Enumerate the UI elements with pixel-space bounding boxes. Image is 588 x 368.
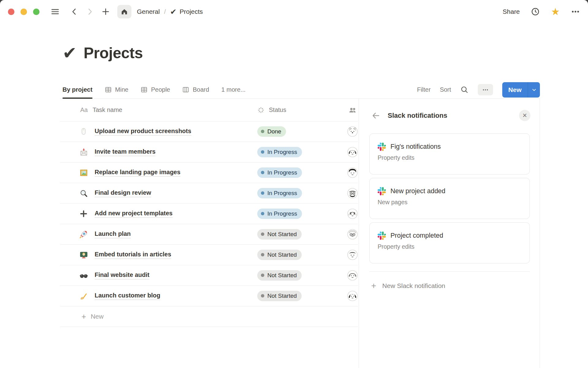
new-tab-icon[interactable]	[101, 7, 110, 16]
task-name-column-header[interactable]: Aa Task name	[60, 106, 257, 113]
task-name-cell[interactable]: Add new project templates	[60, 209, 257, 218]
status-cell[interactable]: Done	[257, 126, 347, 137]
view-tab-people[interactable]: People	[141, 81, 170, 98]
task-name-cell[interactable]: Upload new product screenshots	[60, 127, 257, 136]
table-row[interactable]: Embed tutorials in articlesNot Started	[60, 245, 358, 265]
status-cell[interactable]: Not Started	[257, 229, 347, 240]
assignee-cell[interactable]	[347, 270, 358, 281]
task-page-link[interactable]: Final design review	[95, 189, 151, 197]
avatar	[347, 126, 358, 137]
status-cell[interactable]: In Progress	[257, 188, 347, 199]
breadcrumb-root[interactable]: General	[137, 8, 160, 15]
assignee-cell[interactable]	[347, 188, 358, 198]
status-column-header[interactable]: Status	[257, 106, 347, 114]
sort-button[interactable]: Sort	[440, 86, 451, 93]
status-dot	[261, 150, 264, 154]
status-label: Not Started	[267, 231, 297, 238]
status-dot	[261, 253, 264, 256]
new-entry-label[interactable]: New	[502, 82, 528, 98]
task-page-link[interactable]: Launch plan	[95, 230, 131, 238]
status-spinner-icon	[257, 106, 265, 114]
table-row[interactable]: Invite team membersIn Progress	[60, 142, 358, 163]
person-column-header[interactable]	[347, 106, 358, 114]
task-name-cell[interactable]: Invite team members	[60, 148, 257, 157]
view-tab-board[interactable]: Board	[182, 81, 209, 98]
panel-back-icon[interactable]	[371, 111, 380, 120]
view-options-icon[interactable]	[478, 84, 493, 95]
task-name-cell[interactable]: Final website audit	[60, 271, 257, 280]
new-task-row[interactable]: + New	[60, 306, 358, 327]
table-row[interactable]: Final design reviewIn Progress	[60, 183, 358, 204]
assignee-cell[interactable]	[347, 209, 358, 219]
breadcrumb-page[interactable]: Projects	[180, 8, 203, 15]
task-name-cell[interactable]: Final design review	[60, 189, 257, 198]
status-cell[interactable]: In Progress	[257, 167, 347, 178]
slack-notification-card[interactable]: Project completedProperty edits	[369, 222, 530, 263]
avatar	[347, 167, 358, 178]
more-options-icon[interactable]	[571, 7, 580, 16]
new-entry-dropdown-icon[interactable]	[528, 82, 540, 98]
zoom-window-button[interactable]	[33, 9, 40, 15]
close-window-button[interactable]	[8, 9, 14, 15]
status-badge: Not Started	[257, 291, 302, 301]
task-name-cell[interactable]: Replace landing page images	[60, 168, 257, 177]
task-page-link[interactable]: Invite team members	[95, 148, 156, 156]
page-title[interactable]: ✔ Projects	[62, 45, 143, 61]
more-views-tab[interactable]: 1 more...	[221, 86, 246, 93]
breadcrumb: General / ✔ Projects	[137, 7, 203, 16]
new-slack-notification-button[interactable]: + New Slack notification	[371, 279, 530, 293]
status-cell[interactable]: Not Started	[257, 250, 347, 260]
task-page-link[interactable]: Final website audit	[95, 271, 149, 279]
table-row[interactable]: Launch planNot Started	[60, 224, 358, 245]
page-title-text: Projects	[84, 45, 143, 61]
back-icon[interactable]	[70, 8, 78, 16]
filter-button[interactable]: Filter	[417, 86, 431, 93]
task-name-cell[interactable]: Launch plan	[60, 230, 257, 239]
people-icon	[349, 106, 356, 114]
view-tab-mine[interactable]: Mine	[105, 81, 128, 98]
status-label: Not Started	[267, 251, 297, 259]
updates-clock-icon[interactable]	[531, 7, 540, 16]
view-tab-by-project[interactable]: By project	[62, 81, 92, 98]
new-entry-button[interactable]: New	[502, 82, 540, 98]
task-name-cell[interactable]: Embed tutorials in articles	[60, 250, 257, 259]
assignee-cell[interactable]	[347, 291, 358, 301]
slack-notification-card[interactable]: Fig's notificationsProperty edits	[369, 133, 530, 174]
status-cell[interactable]: In Progress	[257, 209, 347, 219]
task-page-link[interactable]: Embed tutorials in articles	[95, 251, 171, 259]
search-icon[interactable]	[460, 86, 469, 94]
assignee-cell[interactable]	[347, 167, 358, 178]
view-tabs: By projectMinePeopleBoard	[60, 81, 209, 98]
task-page-link[interactable]: Replace landing page images	[95, 169, 180, 177]
assignee-cell[interactable]	[347, 147, 358, 157]
task-name-cell[interactable]: Launch customer blog	[60, 291, 257, 301]
panel-close-icon[interactable]: ✕	[519, 110, 530, 121]
table-row[interactable]: Launch customer blogNot Started	[60, 286, 358, 306]
assignee-cell[interactable]	[347, 126, 358, 137]
avatar	[347, 209, 358, 219]
slack-notification-card[interactable]: New project addedNew pages	[369, 178, 530, 219]
page-check-icon: ✔	[170, 7, 177, 16]
favorite-star-icon[interactable]: ★	[551, 7, 560, 17]
status-cell[interactable]: Not Started	[257, 270, 347, 281]
task-page-link[interactable]: Launch customer blog	[95, 292, 160, 300]
table-row[interactable]: Upload new product screenshotsDone	[60, 121, 358, 142]
home-icon[interactable]	[117, 5, 131, 18]
task-page-link[interactable]: Upload new product screenshots	[95, 128, 191, 136]
panel-title: Slack notifications	[388, 112, 447, 120]
status-cell[interactable]: Not Started	[257, 291, 347, 301]
table-view-icon	[105, 86, 112, 93]
table-row[interactable]: Final website auditNot Started	[60, 265, 358, 286]
assignee-cell[interactable]	[347, 250, 358, 260]
database-views-bar: By projectMinePeopleBoard 1 more... Filt…	[60, 81, 540, 99]
assignee-cell[interactable]	[347, 229, 358, 240]
status-cell[interactable]: In Progress	[257, 147, 347, 158]
sidebar-menu-icon[interactable]	[51, 7, 60, 16]
page-title-check-icon: ✔	[62, 45, 77, 61]
task-page-link[interactable]: Add new project templates	[95, 210, 173, 218]
table-row[interactable]: Add new project templatesIn Progress	[60, 204, 358, 224]
table-row[interactable]: Replace landing page imagesIn Progress	[60, 163, 358, 183]
share-button[interactable]: Share	[503, 8, 520, 15]
forward-icon[interactable]	[86, 8, 94, 16]
minimize-window-button[interactable]	[21, 9, 27, 15]
